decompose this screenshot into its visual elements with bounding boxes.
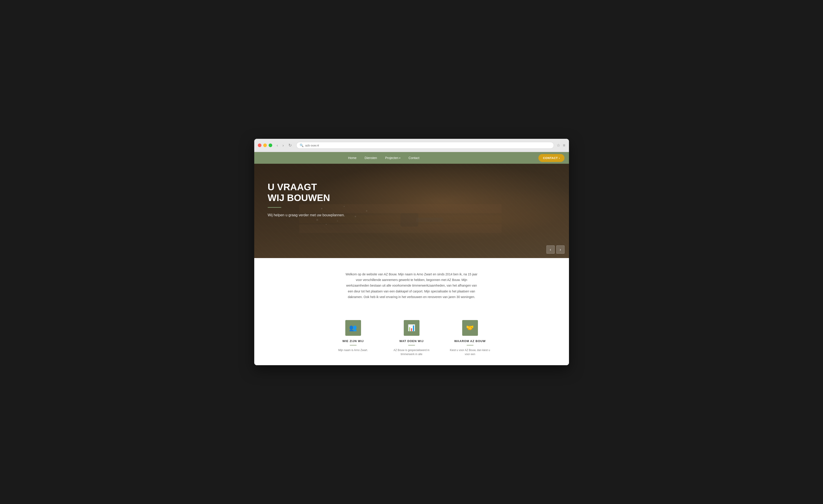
wie-title: WIE ZIJN WIJ (333, 339, 373, 343)
feature-wie-zijn-wij: 👥 WIE ZIJN WIJ Mijn naam is Arno Zwart. (333, 320, 373, 356)
close-button[interactable] (258, 144, 262, 147)
chart-icon: 📊 (407, 324, 416, 331)
hero-title: U VRAAGT WIJ BOUWEN (268, 182, 555, 204)
nav-links: Home Diensten Projecten ▾ Contact (254, 152, 424, 164)
menu-icon[interactable]: ≡ (563, 143, 565, 148)
maximize-button[interactable] (269, 144, 272, 147)
wat-icon-box: 📊 (404, 320, 420, 336)
waarom-desc: Kiest u voor AZ Bouw, dan kiest u voor e… (450, 348, 490, 356)
feature-waarom-az-bouw: 🤝 WAAROM AZ BOUW Kiest u voor AZ Bouw, d… (450, 320, 490, 356)
wie-desc: Mijn naam is Arno Zwart. (333, 348, 373, 352)
address-text: azb ouw.nl (305, 144, 319, 147)
wie-icon-box: 👥 (345, 320, 361, 336)
browser-toolbar: ‹ › ↻ 🔍 azb ouw.nl ☆ ≡ (254, 139, 569, 152)
website-content: Home Diensten Projecten ▾ Contact CONTAC… (254, 152, 569, 365)
hero-divider (268, 207, 281, 208)
hero-content: U VRAAGT WIJ BOUWEN Wij helpen u graag v… (254, 164, 569, 235)
reload-button[interactable]: ↻ (287, 142, 294, 149)
dropdown-chevron-icon: ▾ (399, 157, 400, 159)
hero-section: U VRAAGT WIJ BOUWEN Wij helpen u graag v… (254, 164, 569, 258)
hero-subtitle: Wij helpen u graag verder met uw bouwpla… (268, 213, 555, 217)
toolbar-right: ☆ ≡ (556, 143, 565, 148)
search-icon: 🔍 (300, 144, 304, 147)
features-row: 👥 WIE ZIJN WIJ Mijn naam is Arno Zwart. … (254, 320, 569, 365)
wat-title: WAT DOEN WIJ (391, 339, 432, 343)
back-button[interactable]: ‹ (275, 142, 280, 149)
group-icon: 👥 (349, 324, 357, 331)
traffic-lights (258, 144, 272, 147)
minimize-button[interactable] (263, 144, 267, 147)
browser-window: ‹ › ↻ 🔍 azb ouw.nl ☆ ≡ Home Diensten Pro… (254, 139, 569, 365)
site-navigation: Home Diensten Projecten ▾ Contact CONTAC… (254, 152, 569, 164)
hero-navigation-arrows: ‹ › (546, 245, 564, 254)
bookmark-icon[interactable]: ☆ (556, 143, 560, 148)
hero-next-arrow[interactable]: › (556, 245, 564, 254)
wat-divider (408, 345, 415, 345)
forward-button[interactable]: › (281, 142, 286, 149)
about-text: Welkom op de website van AZ Bouw. Mijn n… (344, 272, 479, 300)
nav-buttons: ‹ › ↻ (275, 142, 294, 149)
nav-diensten[interactable]: Diensten (361, 152, 381, 164)
waarom-title: WAAROM AZ BOUW (450, 339, 490, 343)
address-bar[interactable]: 🔍 azb ouw.nl (296, 142, 554, 149)
feature-wat-doen-wij: 📊 WAT DOEN WIJ AZ Bouw is gespecialiseer… (391, 320, 432, 356)
contact-button[interactable]: CONTACT › (538, 154, 564, 162)
wie-divider (350, 345, 356, 345)
about-section: Welkom op de website van AZ Bouw. Mijn n… (254, 258, 569, 320)
handshake-icon: 🤝 (466, 324, 474, 331)
waarom-icon-box: 🤝 (462, 320, 478, 336)
hero-prev-arrow[interactable]: ‹ (546, 245, 554, 254)
waarom-divider (467, 345, 473, 345)
wat-desc: AZ Bouw is gespecialiseerd in timmerwerk… (391, 348, 432, 356)
nav-contact[interactable]: Contact (404, 152, 423, 164)
nav-projecten[interactable]: Projecten ▾ (381, 152, 404, 164)
nav-home[interactable]: Home (344, 152, 361, 164)
